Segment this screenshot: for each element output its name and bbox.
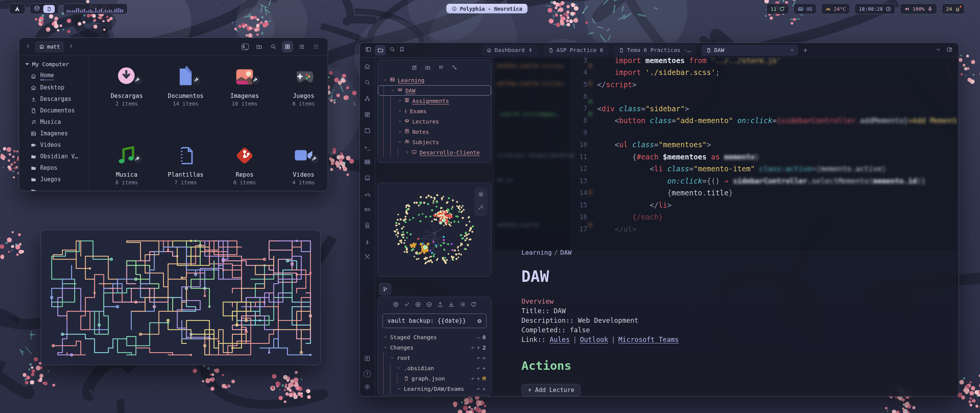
menu-button[interactable] bbox=[310, 41, 322, 52]
sidebar-item-extra[interactable] bbox=[25, 185, 89, 191]
graph-wand-button[interactable] bbox=[478, 204, 484, 212]
keyboard-layout-module[interactable]: US bbox=[794, 3, 817, 14]
ribbon-code-button[interactable]: <% bbox=[364, 191, 371, 198]
launcher-button[interactable] bbox=[9, 3, 25, 14]
folder-item-imagenes[interactable]: Imagenes 10 items bbox=[216, 63, 273, 107]
chev-right-icon[interactable] bbox=[68, 43, 74, 49]
grid-view-button[interactable] bbox=[282, 41, 293, 52]
ribbon-dollar-button[interactable]: $ bbox=[364, 238, 371, 246]
tree-item-notes[interactable]: Notes bbox=[378, 127, 491, 137]
sidebar-item-videos[interactable]: Videos bbox=[25, 139, 89, 151]
workspace-switcher[interactable] bbox=[30, 3, 59, 14]
ribbon-help-button[interactable]: ? bbox=[364, 369, 371, 377]
git-circle-minus-button[interactable] bbox=[426, 301, 432, 309]
git-action[interactable]: ↶ bbox=[477, 386, 480, 392]
collapse-button[interactable] bbox=[452, 65, 457, 72]
ribbon-vault-button[interactable] bbox=[364, 355, 371, 363]
folder-item-documentos[interactable]: Documentos 14 items bbox=[157, 63, 214, 107]
git-upload-button[interactable] bbox=[437, 301, 443, 309]
tree-item-learning[interactable]: Learning bbox=[378, 75, 491, 85]
git-panel-tab[interactable] bbox=[379, 283, 391, 295]
ribbon-layout-grid-button[interactable] bbox=[364, 111, 371, 119]
now-playing-widget[interactable]: Polyphia - Neurotica bbox=[446, 4, 528, 13]
clock-module[interactable]: 18:08:28 bbox=[854, 3, 895, 14]
folder-o-button[interactable] bbox=[375, 45, 386, 55]
ribbon-file-search-button[interactable] bbox=[364, 222, 371, 230]
forward-button[interactable] bbox=[68, 43, 74, 50]
folder-item-repos[interactable]: Repos 6 items bbox=[216, 141, 273, 185]
git-download-tray-button[interactable] bbox=[448, 301, 454, 309]
new-tab-button[interactable]: + bbox=[804, 46, 807, 54]
workspace[interactable] bbox=[34, 5, 40, 13]
sidebar-toggle-button[interactable] bbox=[365, 46, 371, 54]
sidebar-item-descargas[interactable]: Descargas bbox=[25, 93, 89, 105]
ribbon-calendar-button[interactable] bbox=[364, 127, 371, 135]
git-action[interactable]: ↶ bbox=[477, 365, 480, 371]
sidebar-item-desktop[interactable]: Desktop bbox=[25, 82, 89, 93]
git-circle-up-button[interactable] bbox=[393, 301, 399, 309]
git-row-changes[interactable]: Changes ↶+ 2 bbox=[378, 342, 491, 353]
link-aules[interactable]: Aules bbox=[550, 336, 570, 343]
sidebar-item-imagenes[interactable]: Imagenes bbox=[25, 128, 89, 139]
chev-left-icon[interactable] bbox=[25, 43, 31, 49]
folder-item-musica[interactable]: Musica 6 items bbox=[98, 141, 155, 185]
x-circle-icon[interactable] bbox=[477, 318, 482, 324]
folder-plus-button[interactable] bbox=[425, 65, 431, 72]
git-action[interactable]: + bbox=[477, 345, 480, 351]
git-action[interactable]: ↶ bbox=[471, 376, 475, 382]
folder-item-juegos[interactable]: Juegos 8 items bbox=[275, 63, 328, 107]
folder-item-descargas[interactable]: Descargas 2 items bbox=[98, 63, 155, 107]
updates-module[interactable]: 11 bbox=[766, 3, 789, 14]
note-breadcrumb[interactable]: Learning/DAW bbox=[521, 249, 812, 256]
note-button--add-lecture[interactable]: + Add Lecture bbox=[521, 384, 581, 396]
tab-dashboard[interactable]: Dashboard bbox=[482, 45, 538, 56]
search-button[interactable] bbox=[268, 41, 279, 52]
git-check-button[interactable] bbox=[404, 301, 410, 309]
folder-item-videos[interactable]: Videos 4 items bbox=[275, 141, 328, 185]
breadcrumb[interactable]: matt bbox=[35, 41, 64, 52]
open-terminal-button[interactable]: $_ bbox=[239, 41, 251, 52]
close-tab-icon[interactable] bbox=[790, 48, 794, 52]
git-action[interactable]: ↶ bbox=[477, 355, 480, 361]
audio-module[interactable]: 100% bbox=[900, 3, 937, 14]
bookmark-button[interactable] bbox=[399, 46, 405, 54]
git-list-button[interactable] bbox=[459, 301, 466, 309]
sidebar-item-repos[interactable]: Repos bbox=[25, 162, 89, 174]
commit-message-input[interactable] bbox=[387, 317, 474, 325]
git-action[interactable]: ↶ bbox=[471, 345, 475, 351]
git-row-root[interactable]: root ↶+ bbox=[378, 353, 491, 363]
ribbon-gamepad-button[interactable] bbox=[364, 206, 371, 214]
new-folder-button[interactable] bbox=[253, 41, 265, 52]
ribbon-book2-button[interactable] bbox=[364, 175, 371, 183]
tree-item-lectures[interactable]: Lectures bbox=[378, 116, 491, 127]
link-microsoft-teams[interactable]: Microsoft Teams bbox=[618, 336, 679, 343]
tab-daw[interactable]: DAW bbox=[701, 45, 798, 56]
ribbon-search-button[interactable] bbox=[364, 79, 371, 87]
pencil-square-button[interactable] bbox=[412, 65, 417, 72]
folder-item-plantillas[interactable]: Plantillas 7 items bbox=[157, 141, 214, 185]
sidebar-section[interactable]: My Computer bbox=[25, 61, 89, 67]
sidebar-item-juegos[interactable]: Juegos bbox=[25, 174, 89, 185]
tab-tema-6-pr-cticas-[interactable]: Tema 6 Prácticas -… bbox=[614, 45, 696, 56]
search-button[interactable] bbox=[389, 46, 395, 54]
git-action[interactable]: + bbox=[482, 355, 486, 361]
ribbon-gear-button[interactable] bbox=[364, 384, 371, 392]
ribbon-home-button[interactable] bbox=[364, 63, 371, 71]
sidebar-item-home[interactable]: Home bbox=[25, 70, 89, 82]
ribbon-crossed-tools-button[interactable] bbox=[364, 254, 371, 262]
git-refresh-button[interactable] bbox=[470, 301, 477, 309]
git-action[interactable]: + bbox=[477, 376, 480, 382]
notifications-module[interactable]: 24 bbox=[942, 3, 965, 14]
git-row--obsidian[interactable]: .obsidian ↶+ bbox=[378, 363, 491, 373]
back-button[interactable] bbox=[25, 43, 31, 50]
git-action[interactable]: — bbox=[477, 334, 480, 340]
ribbon-git-fork-button[interactable] bbox=[364, 95, 371, 103]
git-circle-plus-button[interactable] bbox=[415, 301, 421, 309]
git-row-graph-json[interactable]: graph.json ↶+ M bbox=[378, 373, 491, 384]
list-view-button[interactable] bbox=[296, 41, 307, 52]
tab-asp-practice-6[interactable]: ASP Practice 6 bbox=[544, 45, 608, 56]
sidebar-item-obsidianv[interactable]: Obsidian V… bbox=[25, 151, 89, 162]
ribbon-terminal-button[interactable]: >_ bbox=[364, 143, 371, 151]
tree-item-daw[interactable]: DAW bbox=[378, 85, 491, 96]
git-action[interactable]: + bbox=[482, 386, 486, 392]
